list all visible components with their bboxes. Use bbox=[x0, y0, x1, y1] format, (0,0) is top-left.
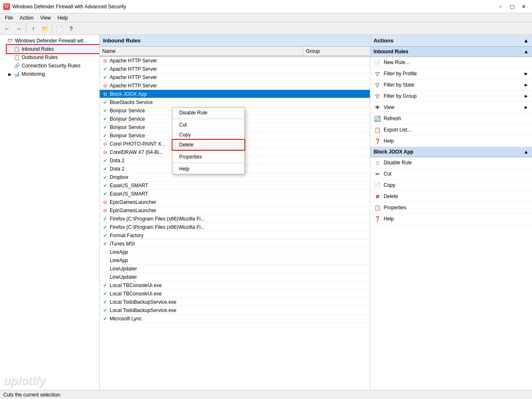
row-name: ✔Firefox (C:\Program Files (x86)\Mozilla… bbox=[100, 215, 303, 223]
sidebar-item-outbound-rules[interactable]: 📋 Outbound Rules bbox=[7, 53, 99, 62]
row-name: ⊖EpicGamesLauncher bbox=[100, 206, 303, 214]
col-header-name[interactable]: Name bbox=[100, 47, 303, 56]
menu-file[interactable]: File bbox=[2, 13, 16, 22]
table-row[interactable]: LineUpdater Public bbox=[100, 265, 370, 273]
row-name: LineApp bbox=[100, 248, 303, 256]
table-row[interactable]: ✔BlueStacks Service All bbox=[100, 98, 370, 107]
table-row[interactable]: ✔Apache HTTP Server Private bbox=[100, 73, 370, 82]
export-button[interactable]: 📄 bbox=[54, 24, 65, 34]
window-title: Windows Defender Firewall with Advanced … bbox=[12, 4, 495, 10]
allow-icon: ✔ bbox=[102, 316, 108, 322]
action-filter-state[interactable]: ▽ Filter by State ► bbox=[370, 79, 532, 91]
table-row[interactable]: ✔iTunes.MSI All bbox=[100, 240, 370, 248]
block-section-header[interactable]: Block JOOX App ▲ bbox=[370, 147, 532, 157]
table-row[interactable]: ⊖EpicGamesLauncher Public bbox=[100, 198, 370, 206]
row-group bbox=[303, 65, 370, 73]
action-filter-group[interactable]: ▽ Filter by Group ► bbox=[370, 91, 532, 102]
forward-button[interactable]: → bbox=[13, 24, 24, 34]
table-row[interactable]: ⊖Apache HTTP Server Public bbox=[100, 57, 370, 65]
menu-help[interactable]: Help bbox=[54, 13, 71, 22]
help-button[interactable]: ? bbox=[66, 24, 76, 34]
context-menu-disable-rule[interactable]: Disable Rule bbox=[172, 108, 244, 118]
inbound-section-header[interactable]: Inbound Rules ▲ bbox=[370, 47, 532, 57]
close-button[interactable]: ✕ bbox=[519, 2, 529, 11]
minimize-button[interactable]: – bbox=[495, 2, 505, 11]
action-cut-label: Cut bbox=[384, 171, 392, 177]
context-menu-properties[interactable]: Properties bbox=[172, 152, 244, 162]
block-icon: ⊖ bbox=[102, 141, 108, 147]
context-menu-cut[interactable]: Cut bbox=[172, 120, 244, 130]
action-cut[interactable]: ✂ Cut bbox=[370, 169, 532, 180]
action-export[interactable]: 📋 Export List... bbox=[370, 124, 532, 136]
col-header-group[interactable]: Group bbox=[303, 47, 370, 56]
no-icon bbox=[102, 274, 108, 280]
maximize-button[interactable]: ▢ bbox=[507, 2, 517, 11]
row-name: LineApp bbox=[100, 256, 303, 264]
context-menu-delete[interactable]: Delete bbox=[172, 140, 244, 150]
actions-header: Actions ▲ bbox=[370, 35, 532, 47]
table-row[interactable]: ✔Local TodoBackupService.exe Private bbox=[100, 298, 370, 306]
action-filter-profile[interactable]: ▽ Filter by Profile ► bbox=[370, 68, 532, 79]
context-copy-label: Copy bbox=[179, 132, 191, 138]
browse-button[interactable]: 📁 bbox=[39, 24, 50, 34]
allow-icon: ✔ bbox=[102, 283, 108, 288]
table-row[interactable]: ✔Firefox (C:\Program Files (x86)\Mozilla… bbox=[100, 215, 370, 223]
allow-icon: ✔ bbox=[102, 241, 108, 247]
row-group bbox=[303, 165, 370, 173]
action-disable-rule[interactable]: ⊙ Disable Rule bbox=[370, 157, 532, 169]
export-list-icon: 📋 bbox=[374, 126, 381, 134]
table-row[interactable]: ⊖EpicGamesLauncher Public bbox=[100, 206, 370, 215]
table-row[interactable]: ✔Local TodoBackupService.exe Private bbox=[100, 306, 370, 315]
rules-table[interactable]: Name Group Profile ▲ ⊖Apache HTTP Server… bbox=[100, 47, 370, 390]
action-new-rule[interactable]: 📄 New Rule... bbox=[370, 57, 532, 68]
action-properties[interactable]: 📋 Properties bbox=[370, 202, 532, 213]
allow-icon: ✔ bbox=[102, 124, 108, 130]
action-inbound-help[interactable]: ❓ Help bbox=[370, 136, 532, 147]
row-group bbox=[303, 190, 370, 198]
table-row[interactable]: ✔Dropbox All bbox=[100, 173, 370, 181]
table-row[interactable]: ⊖Apache HTTP Server Public bbox=[100, 82, 370, 90]
no-icon bbox=[102, 249, 108, 255]
context-menu-copy[interactable]: Copy bbox=[172, 130, 244, 140]
table-row[interactable]: LineApp Public bbox=[100, 248, 370, 256]
table-row[interactable]: ✔Local TBConsoleUi.exe Private bbox=[100, 281, 370, 290]
table-row[interactable]: LineUpdater Public bbox=[100, 273, 370, 281]
table-row[interactable]: ✔EaseUS_SMART Public bbox=[100, 181, 370, 190]
action-refresh[interactable]: 🔄 Refresh bbox=[370, 113, 532, 124]
action-copy[interactable]: 📄 Copy bbox=[370, 180, 532, 191]
up-button[interactable]: ↑ bbox=[28, 24, 39, 34]
action-properties-label: Properties bbox=[384, 205, 406, 211]
table-row[interactable]: LineApp Public bbox=[100, 256, 370, 265]
back-button[interactable]: ← bbox=[2, 24, 12, 34]
row-name: ✔BlueStacks Service bbox=[100, 98, 303, 106]
title-bar: 🛡 Windows Defender Firewall with Advance… bbox=[0, 0, 532, 13]
table-row[interactable]: ✔Microsoft Lync Private bbox=[100, 315, 370, 323]
table-row[interactable]: ✔Firefox (C:\Program Files (x86)\Mozilla… bbox=[100, 223, 370, 231]
context-menu-help[interactable]: Help bbox=[172, 164, 244, 174]
content-header: Inbound Rules bbox=[100, 35, 370, 47]
table-row[interactable]: ✔Format Factory All bbox=[100, 231, 370, 240]
menu-action[interactable]: Action bbox=[16, 13, 37, 22]
allow-icon: ✔ bbox=[102, 133, 108, 139]
block-help-icon: ❓ bbox=[374, 215, 381, 223]
allow-icon: ✔ bbox=[102, 166, 108, 172]
filter-group-arrow: ► bbox=[524, 93, 529, 99]
tree-root[interactable]: 🛡 Windows Defender Firewall wit... bbox=[0, 37, 99, 45]
sidebar-item-inbound-rules[interactable]: 📋 Inbound Rules bbox=[7, 45, 99, 53]
table-row[interactable]: ✔Local TBConsoleUi.exe Private bbox=[100, 290, 370, 298]
allow-icon: ✔ bbox=[102, 183, 108, 188]
table-row[interactable]: ✔Apache HTTP Server Private bbox=[100, 65, 370, 73]
table-row[interactable]: ✔EaseUS_SMART Public bbox=[100, 190, 370, 198]
sidebar-item-monitoring[interactable]: ▶ 📊 Monitoring bbox=[7, 70, 99, 78]
menu-view[interactable]: View bbox=[37, 13, 54, 22]
action-block-help[interactable]: ❓ Help bbox=[370, 213, 532, 225]
row-group bbox=[303, 156, 370, 164]
table-row-selected[interactable]: ⊖Block JOOX App All bbox=[100, 90, 370, 98]
sidebar-item-connection-security[interactable]: 🔗 Connection Security Rules bbox=[7, 62, 99, 70]
action-disable-rule-label: Disable Rule bbox=[384, 160, 412, 166]
action-delete[interactable]: ✖ Delete bbox=[370, 191, 532, 202]
actions-title: Actions bbox=[374, 37, 394, 44]
delete-icon: ✖ bbox=[374, 193, 381, 200]
row-name: ✔Local TodoBackupService.exe bbox=[100, 306, 303, 314]
action-view[interactable]: 👁 View ► bbox=[370, 102, 532, 113]
